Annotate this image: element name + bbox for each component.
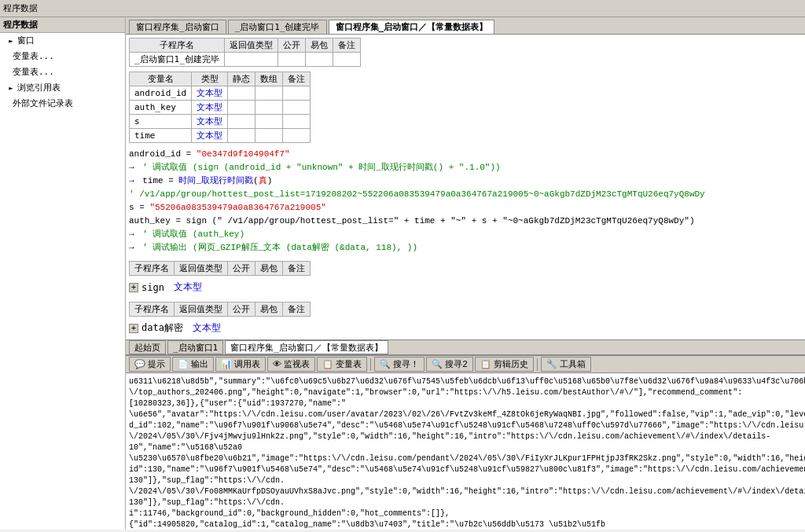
code-line-6: auth_key = sign (" /v1/app/group/hottest… [129, 215, 802, 227]
var-type-auth: 文本型 [192, 101, 228, 115]
col-fn3: 子程序名 [130, 303, 175, 317]
code-line-7: → ' 调试取值 (auth_key) [129, 228, 802, 240]
col-static: 静态 [228, 72, 255, 86]
col-note3: 备注 [283, 303, 311, 317]
col-note2: 备注 [283, 262, 311, 276]
var-sign: sign [142, 282, 164, 293]
toolbar-sep-1 [370, 358, 371, 371]
vars-table-1: 变量名 类型 静态 数组 备注 android_id 文本型 [129, 72, 311, 143]
col-ret2: 返回值类型 [175, 262, 228, 276]
json-line-1: u6311\u6218\u8d5b","summary":"\u6fc0\u69… [129, 376, 802, 387]
btn-toolbox[interactable]: 🔧 工具箱 [541, 357, 591, 372]
right-content: 窗口程序集_启动窗口 _启动窗口1_创建完毕 窗口程序集_启动窗口／【常量数据表… [126, 17, 805, 530]
json-line-7: id":130,"name":"\u96f7\u901f\u5468\u5e74… [129, 464, 802, 486]
tab-startup-create[interactable]: _启动窗口1_创建完毕 [228, 20, 327, 34]
bottom-toolbar: 💬 提示 📄 输出 📊 调用表 👁 监视表 📋 变量表 🔍 搜寻！ 🔍 搜寻2 … [126, 355, 805, 372]
status-tab-startup[interactable]: _启动窗口1 [167, 340, 223, 354]
func-table-sign: 子程序名 返回值类型 公开 易包 备注 [129, 261, 311, 276]
sidebar-item-ref[interactable]: ► 浏览引用表 [0, 80, 125, 96]
btn-varlist[interactable]: 📋 变量表 [317, 357, 367, 372]
sidebar-header: 程序数据 [0, 17, 125, 33]
sidebar-label-external: 外部文件记录表 [13, 97, 73, 111]
table-row-auth-key[interactable]: auth_key 文本型 [130, 101, 311, 115]
code-line-5: s = "55206a083539479a0a8364767a219005" [129, 201, 802, 214]
func-table-decode: 子程序名 返回值类型 公开 易包 备注 [129, 302, 311, 317]
app-container: 程序数据 程序数据 ► 窗口 变量表... 变量表... ► 浏览引用表 外部文… [0, 0, 805, 530]
status-tab-start[interactable]: 起始页 [129, 340, 166, 354]
col-note: 备注 [333, 39, 360, 53]
col-funcname: 子程序名 [130, 39, 225, 53]
var-name-s: s [130, 115, 192, 129]
var-name-time: time [130, 129, 192, 143]
sidebar-label-varlist1: 变量表... [13, 50, 54, 64]
code-line-4: ' /v1/app/group/hottest_post_list=171920… [129, 188, 802, 200]
btn-output[interactable]: 📄 输出 [172, 357, 214, 372]
expand-ref-icon: ► [6, 81, 16, 95]
table-row-s[interactable]: s 文本型 [130, 115, 311, 129]
sidebar-item-external[interactable]: 外部文件记录表 [0, 96, 125, 112]
expand-icon: ► [6, 34, 16, 48]
content-panel: 子程序名 返回值类型 公开 易包 备注 _启动窗口1_创建完毕 [126, 35, 805, 339]
var-type-time: 文本型 [192, 129, 228, 143]
code-line-8: → ' 调试输出 (网页_GZIP解压_文本 (data解密 (&data, 1… [129, 241, 802, 254]
table-row-android-id[interactable]: android_id 文本型 [130, 86, 311, 101]
sidebar-item-window[interactable]: ► 窗口 [0, 33, 125, 49]
var-name-android: android_id [130, 86, 192, 101]
col-ret3: 返回值类型 [175, 303, 228, 317]
var-name-auth: auth_key [130, 101, 192, 115]
var-decode: data解密 [142, 321, 183, 335]
btn-search1[interactable]: 🔍 搜寻！ [374, 357, 425, 372]
var-decode-type: 文本型 [193, 321, 221, 335]
btn-hint[interactable]: 💬 提示 [129, 357, 171, 372]
col-public: 公开 [278, 39, 305, 53]
func-return-type [224, 53, 278, 67]
func-table-1: 子程序名 返回值类型 公开 易包 备注 _启动窗口1_创建完毕 [129, 38, 361, 67]
var-type-android: 文本型 [192, 86, 228, 101]
col-fn2: 子程序名 [130, 262, 175, 276]
table-row[interactable]: _启动窗口1_创建完毕 [130, 53, 361, 67]
toolbar-sep-2 [537, 358, 538, 371]
col-package: 易包 [305, 39, 333, 53]
func-package [305, 53, 333, 67]
json-line-5: \/2024\/05\/30\/Fjv4jMwvju9lHnk2z.png","… [129, 431, 802, 453]
var-type-s: 文本型 [192, 115, 228, 129]
sidebar-item-varlist1[interactable]: 变量表... [0, 49, 125, 64]
json-line-6: \u5230\u6570\u8fbe20\u6b21","image":"htt… [129, 453, 802, 464]
col-array: 数组 [255, 72, 283, 86]
sidebar-item-varlist2[interactable]: 变量表... [0, 64, 125, 80]
add-var-decode[interactable]: + [129, 324, 138, 333]
left-sidebar: 程序数据 ► 窗口 变量表... 变量表... ► 浏览引用表 外部文件记录表 [0, 17, 126, 530]
json-line-8: \/2024\/05\/30\/Fo08MMKaUrfpDSOyauUVhxS8… [129, 486, 802, 508]
json-line-3: \u6e56","avatar":"https:\/\/cdn.leisu.co… [129, 409, 802, 420]
json-output-area: u6311\u6218\u8d5b","summary":"\u6fc0\u69… [126, 372, 805, 530]
col-pub3: 公开 [228, 303, 255, 317]
col-pkg3: 易包 [255, 303, 283, 317]
code-line-1: android_id = "0e347d9f104904f7" [129, 148, 802, 160]
json-line-4: d_id":102,"name":"\u96f7\u901f\u9068\u5e… [129, 420, 802, 431]
code-line-2: → ' 调试取值 (sign (android_id + "unknown" +… [129, 161, 802, 174]
add-var-sign[interactable]: + [129, 283, 138, 292]
code-line-3: → time = 时间_取现行时间戳(真) [129, 174, 802, 187]
table-row-time[interactable]: time 文本型 [130, 129, 311, 143]
btn-search2[interactable]: 🔍 搜寻2 [426, 357, 472, 372]
func-public [278, 53, 305, 67]
tab-const-data[interactable]: 窗口程序集_启动窗口／【常量数据表】 [329, 20, 495, 34]
main-area: 程序数据 ► 窗口 变量表... 变量表... ► 浏览引用表 外部文件记录表 [0, 17, 805, 530]
btn-monitor[interactable]: 👁 监视表 [267, 357, 315, 372]
json-line-2: \/top_authors_202406.png","height":0,"na… [129, 387, 802, 409]
tab-bar-top: 窗口程序集_启动窗口 _启动窗口1_创建完毕 窗口程序集_启动窗口／【常量数据表… [126, 17, 805, 35]
col-type: 类型 [192, 72, 228, 86]
var-sign-type: 文本型 [174, 281, 202, 294]
sidebar-label-ref: 浏览引用表 [17, 81, 61, 95]
menu-program-data[interactable]: 程序数据 [3, 2, 38, 14]
status-tab-const[interactable]: 窗口程序集_启动窗口／【常量数据表】 [225, 340, 388, 354]
col-returntype: 返回值类型 [224, 39, 278, 53]
col-varname: 变量名 [130, 72, 192, 86]
json-line-9: i":11746,"background_id":0,"background_h… [129, 508, 802, 530]
btn-clipboard[interactable]: 📋 剪辑历史 [475, 357, 534, 372]
btn-calltable[interactable]: 📊 调用表 [215, 357, 266, 372]
sidebar-label-varlist2: 变量表... [13, 65, 54, 79]
col-pub2: 公开 [228, 262, 255, 276]
func-creation-label: _启动窗口1_创建完毕 [130, 53, 225, 67]
tab-window-program[interactable]: 窗口程序集_启动窗口 [129, 20, 226, 34]
